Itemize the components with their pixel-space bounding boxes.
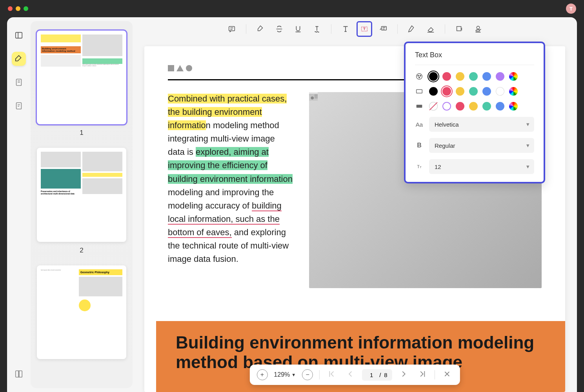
- page-decoration-shapes: [168, 65, 192, 71]
- svg-point-22: [417, 74, 422, 80]
- current-page-field[interactable]: [367, 372, 376, 378]
- fill-color-red[interactable]: [456, 102, 464, 111]
- eraser-tool[interactable]: [423, 21, 438, 37]
- text-color-green[interactable]: [469, 72, 478, 81]
- svg-rect-12: [381, 27, 386, 30]
- zoom-navigation-bar: + 129%▼ − / 8: [249, 365, 460, 385]
- fill-color-green[interactable]: [482, 102, 491, 111]
- window-maximize[interactable]: [24, 6, 28, 11]
- window-close[interactable]: [8, 6, 13, 11]
- font-size-icon: TT: [415, 164, 424, 169]
- window-minimize[interactable]: [16, 6, 20, 11]
- notes-tool-icon[interactable]: [12, 75, 26, 89]
- font-family-icon: Aa: [415, 121, 424, 128]
- svg-point-24: [420, 75, 421, 76]
- thumbnail-page-1[interactable]: Building environment information modelin…: [37, 31, 126, 124]
- svg-rect-18: [309, 92, 318, 94]
- prev-page-button[interactable]: [344, 368, 356, 381]
- text-tool[interactable]: [338, 21, 353, 37]
- border-color-green[interactable]: [469, 87, 478, 96]
- text-color-purple[interactable]: [496, 72, 504, 81]
- svg-point-25: [419, 77, 420, 78]
- svg-point-19: [311, 96, 314, 100]
- first-page-button[interactable]: [326, 368, 338, 381]
- popup-title: Text Box: [415, 51, 534, 65]
- body-text: Combined with practical cases, the build…: [168, 92, 293, 288]
- outline-tool-icon[interactable]: [12, 99, 26, 113]
- comment-tool[interactable]: [224, 21, 240, 37]
- thumb2-caption: Preservation and inheritance of architec…: [41, 190, 81, 195]
- book-view-icon[interactable]: [12, 367, 26, 381]
- font-weight-select[interactable]: Regular: [429, 138, 534, 153]
- fill-color-blue[interactable]: [496, 102, 504, 111]
- svg-rect-27: [417, 105, 422, 107]
- fill-color-icon: [415, 102, 424, 111]
- thumbnail-page-3[interactable]: lorem ipsum dolor sit amet consectetur G…: [37, 265, 126, 359]
- underline-tool[interactable]: [290, 21, 306, 37]
- next-page-button[interactable]: [398, 368, 410, 381]
- text-color-yellow[interactable]: [456, 72, 464, 81]
- last-page-button[interactable]: [417, 368, 428, 381]
- strikethrough-tool[interactable]: [271, 21, 287, 37]
- font-weight-icon: B: [415, 142, 424, 149]
- page-input[interactable]: / 8: [362, 369, 392, 381]
- squiggly-tool[interactable]: [309, 21, 325, 37]
- highlight-tool-icon[interactable]: [12, 52, 26, 66]
- border-color-icon: [415, 87, 424, 96]
- border-color-black[interactable]: [429, 87, 438, 96]
- text-color-blue[interactable]: [482, 72, 491, 81]
- svg-rect-20: [315, 94, 318, 99]
- annotation-toolbar: [133, 17, 577, 41]
- shape-tool[interactable]: [451, 21, 467, 37]
- total-pages: 8: [384, 372, 387, 378]
- thumb-label-1: 1: [37, 129, 126, 137]
- stamp-tool[interactable]: [470, 21, 486, 37]
- fill-color-purple-outline[interactable]: [442, 102, 451, 111]
- text-color-custom[interactable]: [509, 72, 518, 81]
- thumb-label-2: 2: [37, 247, 126, 254]
- close-zoombar-button[interactable]: [441, 368, 453, 381]
- thumbnail-page-2[interactable]: Preservation and inheritance of architec…: [37, 148, 126, 241]
- textbox-tool[interactable]: [357, 21, 372, 37]
- border-color-white[interactable]: [496, 87, 504, 96]
- user-avatar[interactable]: T: [566, 4, 576, 14]
- thumb1-banner: Building environment information modelin…: [41, 46, 81, 53]
- left-rail: [7, 17, 31, 392]
- svg-rect-8: [229, 27, 235, 31]
- text-color-black[interactable]: [429, 72, 438, 81]
- border-color-red[interactable]: [442, 87, 451, 96]
- fill-color-none[interactable]: [429, 102, 438, 111]
- fill-color-custom[interactable]: [509, 102, 518, 111]
- sidebar-toggle-icon[interactable]: [12, 28, 26, 42]
- callout-tool[interactable]: [375, 21, 391, 37]
- font-family-select[interactable]: Helvetica: [429, 117, 534, 132]
- zoom-level-dropdown[interactable]: 129%▼: [274, 371, 296, 378]
- text-color-red[interactable]: [442, 72, 451, 81]
- font-size-select[interactable]: 12: [429, 159, 534, 174]
- border-color-yellow[interactable]: [456, 87, 464, 96]
- highlighter-tool[interactable]: [253, 21, 268, 37]
- svg-rect-26: [417, 89, 422, 93]
- svg-rect-0: [16, 33, 22, 38]
- zoom-in-button[interactable]: +: [257, 369, 267, 380]
- svg-rect-15: [457, 27, 461, 31]
- thumbnail-panel: Building environment information modelin…: [31, 21, 133, 388]
- textbox-popup: Text Box: [404, 42, 545, 183]
- fill-color-yellow[interactable]: [469, 102, 478, 111]
- thumb3-title: Geometric Philosophy: [79, 269, 122, 275]
- svg-rect-5: [16, 103, 22, 109]
- zoom-out-button[interactable]: −: [302, 369, 313, 380]
- svg-point-16: [477, 26, 479, 29]
- pen-tool[interactable]: [404, 21, 420, 37]
- border-color-blue[interactable]: [482, 87, 491, 96]
- text-color-icon: [415, 72, 424, 81]
- border-color-custom[interactable]: [509, 87, 518, 96]
- svg-point-23: [418, 75, 419, 76]
